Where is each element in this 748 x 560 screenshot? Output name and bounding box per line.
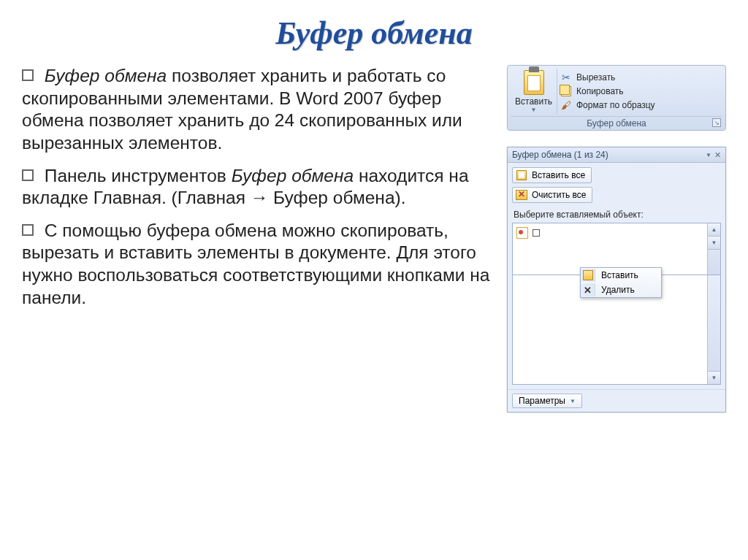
cut-button[interactable]: ✂ Вырезать xyxy=(560,72,722,83)
chevron-down-icon[interactable]: ▼ xyxy=(706,152,711,158)
context-delete-label: Удалить xyxy=(601,285,635,295)
pane-title-bar: Буфер обмена (1 из 24) ▼ ✕ xyxy=(508,147,725,163)
chevron-down-icon: ▼ xyxy=(570,398,576,404)
scrollbar[interactable]: ▲ ▼ xyxy=(707,223,720,275)
bullet-icon xyxy=(22,169,34,181)
paste-button[interactable]: Вставить ▼ xyxy=(511,69,557,113)
scroll-down-icon[interactable]: ▼ xyxy=(708,237,720,250)
chevron-down-icon: ▼ xyxy=(531,107,537,113)
para3-text: С помощью буфера обмена можно скопироват… xyxy=(22,220,489,307)
clipboard-item[interactable] xyxy=(515,226,705,240)
scroll-down-icon[interactable]: ▼ xyxy=(708,371,720,384)
format-painter-button[interactable]: 🖌 Формат по образцу xyxy=(560,99,722,111)
bullet-icon xyxy=(22,224,34,236)
options-button[interactable]: Параметры ▼ xyxy=(512,394,582,408)
clipboard-item-icon xyxy=(516,227,528,239)
format-label: Формат по образцу xyxy=(576,100,655,110)
close-icon[interactable]: ✕ xyxy=(714,150,721,160)
bullet-3: С помощью буфера обмена можно скопироват… xyxy=(22,220,494,310)
ribbon-group-caption: Буфер обмена ↘ xyxy=(511,116,722,129)
ribbon-clipboard-group: Вставить ▼ ✂ Вырезать Копировать xyxy=(507,65,726,131)
paste-all-button[interactable]: Вставить все xyxy=(512,167,592,183)
context-paste[interactable]: Вставить xyxy=(581,268,661,283)
paste-label: Вставить xyxy=(515,96,552,107)
cut-label: Вырезать xyxy=(576,72,615,83)
pane-prompt: Выберите вставляемый объект: xyxy=(514,210,720,220)
paste-icon xyxy=(581,269,595,282)
slide-title: Буфер обмена xyxy=(22,15,726,52)
pane-title-text: Буфер обмена (1 из 24) xyxy=(512,150,608,160)
scroll-up-icon[interactable]: ▲ xyxy=(708,223,720,237)
context-delete[interactable]: ✕ Удалить xyxy=(581,283,661,297)
brush-icon: 🖌 xyxy=(560,99,572,111)
bullet-1: Буфер обмена позволяет хранить и работат… xyxy=(22,65,494,155)
clear-all-icon xyxy=(516,189,527,201)
delete-icon: ✕ xyxy=(581,283,595,296)
para2-emph: Буфер обмена xyxy=(232,166,354,185)
clear-all-label: Очистить все xyxy=(532,190,586,200)
clipboard-item-preview xyxy=(533,229,540,237)
para2-pre: Панель инструментов xyxy=(45,166,232,185)
paste-all-icon xyxy=(516,169,527,181)
para1-emph: Буфер обмена xyxy=(45,66,167,85)
bullet-icon xyxy=(22,69,34,81)
context-paste-label: Вставить xyxy=(601,270,638,280)
scrollbar[interactable]: ▼ xyxy=(707,275,720,384)
paste-icon xyxy=(524,70,544,95)
copy-button[interactable]: Копировать xyxy=(560,85,722,97)
context-menu: Вставить ✕ Удалить xyxy=(580,267,662,298)
paste-all-label: Вставить все xyxy=(532,170,585,180)
copy-icon xyxy=(560,85,572,97)
clear-all-button[interactable]: Очистить все xyxy=(512,187,592,203)
options-label: Параметры xyxy=(519,396,565,406)
text-content: Буфер обмена позволяет хранить и работат… xyxy=(22,65,494,413)
dialog-launcher-button[interactable]: ↘ xyxy=(712,118,721,127)
scissors-icon: ✂ xyxy=(560,72,572,83)
bullet-2: Панель инструментов Буфер обмена находит… xyxy=(22,165,494,210)
copy-label: Копировать xyxy=(576,86,624,96)
